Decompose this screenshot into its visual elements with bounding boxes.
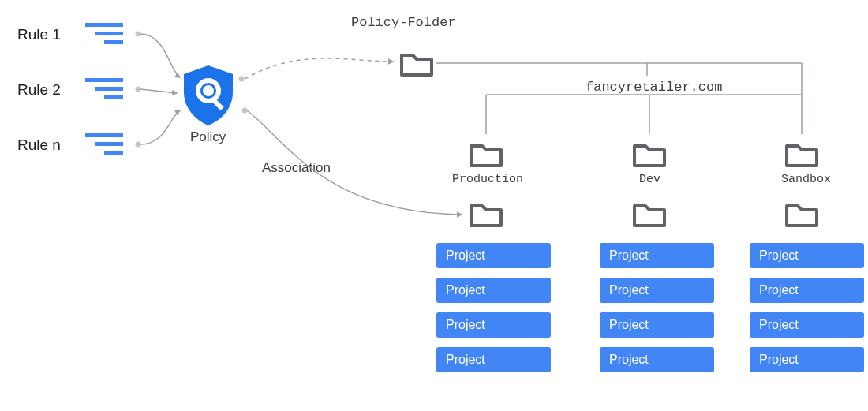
svg-point-15 (239, 77, 245, 82)
rule-label-1: Rule 1 (17, 26, 61, 43)
folder-icon (398, 47, 435, 79)
svg-rect-7 (95, 142, 123, 146)
svg-point-13 (136, 87, 141, 92)
project-column-production: Project Project Project Project (436, 243, 551, 372)
rule-bars-icon (85, 20, 125, 51)
folder-icon (631, 138, 668, 170)
association-label: Association (262, 160, 331, 176)
project-box: Project (436, 278, 551, 303)
project-box: Project (750, 312, 864, 338)
svg-point-16 (242, 108, 248, 114)
rule-bars-icon (85, 130, 125, 162)
svg-rect-3 (85, 78, 123, 82)
project-column-sandbox: Project Project Project Project (750, 243, 864, 372)
project-box: Project (600, 312, 714, 338)
project-box: Project (600, 278, 714, 303)
folder-icon (468, 198, 504, 230)
svg-rect-6 (85, 133, 123, 137)
rule-label-n: Rule n (17, 136, 61, 154)
svg-point-12 (136, 32, 141, 37)
project-box: Project (750, 347, 864, 372)
folder-icon (468, 138, 504, 170)
org-domain-label: fancyretailer.com (586, 80, 722, 95)
project-box: Project (436, 312, 551, 338)
svg-rect-1 (95, 32, 123, 35)
svg-rect-0 (85, 23, 123, 27)
rule-bars-icon (85, 75, 125, 106)
project-box: Project (436, 347, 551, 372)
policy-folder-label: Policy-Folder (351, 15, 456, 30)
svg-point-10 (203, 85, 214, 96)
project-box: Project (600, 347, 714, 372)
folder-icon (631, 198, 668, 230)
sandbox-label: Sandbox (781, 173, 831, 186)
policy-label: Policy (190, 129, 226, 145)
project-column-dev: Project Project Project Project (600, 243, 714, 372)
rule-label-2: Rule 2 (17, 81, 61, 99)
project-box: Project (750, 243, 864, 268)
svg-point-14 (136, 142, 141, 148)
project-box: Project (750, 278, 864, 303)
svg-rect-4 (95, 87, 123, 91)
svg-rect-5 (104, 95, 123, 99)
project-box: Project (436, 243, 551, 268)
folder-icon (784, 198, 820, 230)
dev-label: Dev (639, 173, 660, 186)
folder-icon (784, 138, 820, 170)
shield-policy-icon (181, 64, 236, 127)
project-box: Project (600, 243, 714, 268)
svg-rect-8 (104, 151, 123, 155)
svg-rect-2 (104, 40, 123, 44)
production-label: Production (452, 173, 523, 186)
